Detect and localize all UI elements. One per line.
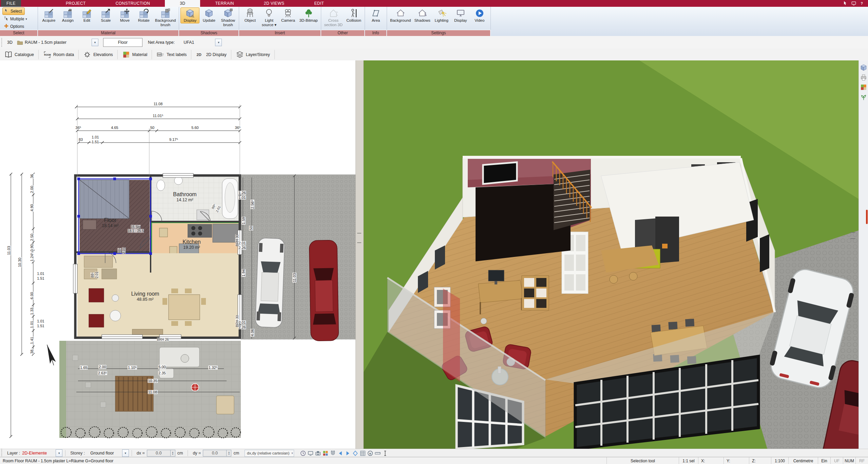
- view-toolbar-button[interactable]: Layer/Storey: [231, 50, 275, 59]
- view-toolbar-button[interactable]: Catalogue: [0, 50, 39, 59]
- ribbon-button[interactable]: Update: [199, 7, 218, 23]
- pointer-white-icon[interactable]: [843, 1, 848, 6]
- house-icon: [396, 8, 405, 18]
- help-white-icon[interactable]: ?: [859, 1, 865, 6]
- ribbon-tab[interactable]: FILE: [1, 0, 21, 7]
- ribbon-button[interactable]: Move: [115, 7, 134, 23]
- view-toolbar-button[interactable]: ROOM Room data: [39, 50, 79, 59]
- ribbon-button[interactable]: Area: [366, 7, 385, 23]
- status-bar: Layer : 2D-Elemente ▾ Storey : Ground fl…: [0, 449, 868, 457]
- dx-spinner[interactable]: ▲▼: [170, 450, 175, 456]
- drawing-scale[interactable]: 1:100: [771, 457, 788, 464]
- view3d-small-icon[interactable]: [860, 64, 867, 71]
- ribbon-tab[interactable]: EDIT: [299, 0, 339, 7]
- plan-car-red[interactable]: [309, 240, 339, 341]
- plan-selection[interactable]: [77, 178, 152, 255]
- material-combo[interactable]: RAUM - 1.5cm plaster ▾: [16, 38, 98, 47]
- floor-type-button[interactable]: Floor: [103, 38, 142, 47]
- camera-small-icon[interactable]: [315, 450, 322, 457]
- compass-n-icon[interactable]: N: [367, 450, 374, 457]
- options-button[interactable]: Options: [2, 23, 27, 30]
- net-area-label: Net Area type:: [148, 40, 175, 45]
- plan-pane[interactable]: 11.0811.01⁵36⁵4.65505.6036⁵831.011.519.1…: [0, 60, 355, 449]
- mat-rotate-icon: [139, 8, 149, 18]
- ribbon-button[interactable]: Object: [240, 7, 259, 23]
- ribbon-tab[interactable]: 3D: [165, 0, 200, 7]
- ribbon-tab[interactable]: CONSTRUCTION: [101, 0, 165, 7]
- layers-icon: [236, 51, 244, 59]
- multiple-button[interactable]: Multiple▾: [2, 16, 30, 22]
- ribbon-group-shadows: Display Update Shadow brush: [179, 7, 239, 36]
- ribbon-button[interactable]: Assign: [58, 7, 77, 23]
- unit-setting[interactable]: Centimetre: [788, 457, 818, 464]
- ribbon-tab[interactable]: 2D VIEWS: [249, 0, 300, 7]
- view3d-canvas[interactable]: [364, 60, 859, 449]
- net-area-combo[interactable]: UFA1 ▾: [184, 38, 222, 47]
- plan-room-bathroom[interactable]: [152, 177, 239, 221]
- view-toolbar-button[interactable]: TXT Text labels: [152, 50, 191, 59]
- select-button[interactable]: Select: [2, 7, 25, 15]
- view-mode-label: 3D: [7, 40, 13, 45]
- ribbon-tab[interactable]: TERRAIN: [200, 0, 249, 7]
- dx-input[interactable]: 0.0▲▼: [147, 450, 175, 457]
- plan-canvas[interactable]: [0, 60, 355, 449]
- statusbar-grip[interactable]: [1, 449, 3, 458]
- toggle-flag[interactable]: UF: [830, 457, 843, 464]
- diamond-blue-icon[interactable]: [352, 450, 359, 457]
- toggle-flag[interactable]: Ein: [818, 457, 830, 464]
- clock-icon[interactable]: [300, 450, 307, 457]
- ribbon-button[interactable]: Lighting: [432, 7, 451, 23]
- pane-splitter[interactable]: [355, 60, 364, 449]
- dy-input[interactable]: 0.0▲▼: [203, 450, 231, 457]
- net-area-combo-arrow[interactable]: ▾: [215, 39, 222, 46]
- ribbon-button[interactable]: Scale: [96, 7, 115, 23]
- ribbon-button[interactable]: Background brush: [153, 7, 177, 28]
- toggle-flag[interactable]: NUM: [843, 457, 855, 464]
- plant-icon[interactable]: [860, 93, 867, 101]
- arrow-blue-left-icon[interactable]: [337, 450, 344, 457]
- mat4-icon: [122, 51, 130, 59]
- ribbon-button[interactable]: Light source ▾: [259, 7, 278, 28]
- view3d-pane[interactable]: [364, 60, 859, 449]
- ribbon-button[interactable]: Video: [470, 7, 489, 23]
- arrow-blue-right-icon[interactable]: [345, 450, 351, 457]
- ribbon-button[interactable]: Acquire: [39, 7, 58, 23]
- plan-garden[interactable]: [59, 341, 241, 438]
- plan-room-living[interactable]: [77, 253, 239, 337]
- magnet-icon[interactable]: [330, 450, 336, 457]
- ribbon-tab[interactable]: PROJECT: [51, 0, 101, 7]
- ribbon-button[interactable]: Background: [388, 7, 412, 23]
- printer-icon[interactable]: [860, 74, 867, 81]
- layer-combo-arrow[interactable]: ▾: [56, 449, 62, 457]
- view-splitter-handle[interactable]: [850, 232, 855, 239]
- ruler-icon[interactable]: [374, 450, 381, 457]
- toolbar-grip[interactable]: [1, 38, 3, 47]
- monitor-white-icon[interactable]: [851, 1, 856, 6]
- coord-mode-combo[interactable]: dx,dy (relative cartesian) ▾: [245, 450, 294, 457]
- ribbon-button[interactable]: Display: [451, 7, 470, 23]
- ribbon-button[interactable]: Shadows: [412, 7, 432, 23]
- material-combo-arrow[interactable]: ▾: [92, 39, 98, 46]
- ribbon-button[interactable]: Edit: [77, 7, 96, 23]
- view-toolbar-button[interactable]: Elevations: [79, 50, 118, 59]
- scroll-marker[interactable]: [866, 210, 868, 224]
- view-toolbar-button[interactable]: 2D 2D Display: [191, 50, 231, 59]
- ibeam-icon[interactable]: [382, 450, 389, 457]
- palette-icon[interactable]: [322, 450, 329, 457]
- ribbon-button[interactable]: Display: [180, 7, 199, 23]
- ribbon-button[interactable]: Rotate: [134, 7, 153, 23]
- storey-combo-arrow[interactable]: ▾: [122, 449, 129, 457]
- dy-spinner[interactable]: ▲▼: [226, 450, 231, 456]
- ribbon-button[interactable]: Cross section 3D: [323, 7, 344, 28]
- plan-car-white[interactable]: [255, 238, 285, 328]
- view-toolbar-button[interactable]: Material: [118, 50, 152, 59]
- ribbon-button[interactable]: Shadow brush: [218, 7, 237, 28]
- toggle-flag[interactable]: RF: [855, 457, 868, 464]
- monitor-small-icon[interactable]: [307, 450, 314, 457]
- view-toolbar: Catalogue ROOM Room data Elevations Mate…: [0, 49, 868, 61]
- mat4-icon[interactable]: [860, 83, 867, 91]
- grid-small-icon[interactable]: [360, 450, 366, 457]
- ribbon-button[interactable]: 3D-Bitmap: [297, 7, 319, 23]
- ribbon-button[interactable]: Collision: [344, 7, 363, 23]
- ribbon-button[interactable]: Camera: [278, 7, 297, 23]
